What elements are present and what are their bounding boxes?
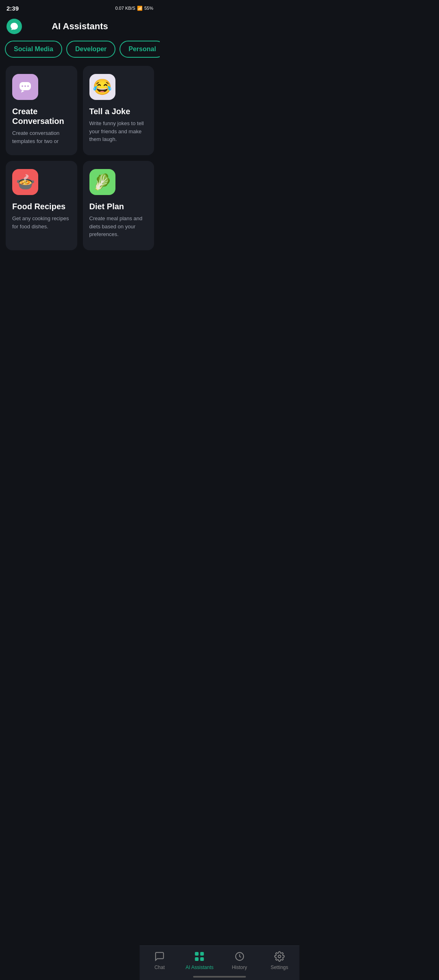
card-icon-tell-a-joke: 😂 [89, 74, 115, 100]
card-icon-create-conversation [12, 74, 38, 100]
card-tell-a-joke[interactable]: 😂 Tell a Joke Write funny jokes to tell … [83, 66, 154, 155]
network-speed: 0.07 KB/S [115, 6, 135, 11]
svg-point-1 [14, 26, 15, 26]
filter-tabs: Social Media Developer Personal Other [0, 41, 160, 66]
card-title-create-conversation: Create Conversation [12, 106, 71, 126]
svg-point-6 [27, 85, 29, 87]
header: AI Assistants [0, 15, 160, 41]
card-diet-plan[interactable]: 🥬 Diet Plan Create meal plans and diets … [83, 161, 154, 250]
battery-label: 55% [144, 6, 153, 11]
card-create-conversation[interactable]: Create Conversation Create conversation … [6, 66, 77, 155]
status-icons: 0.07 KB/S 📶 55% [115, 6, 153, 11]
page-title: AI Assistants [22, 21, 138, 32]
card-food-recipes[interactable]: 🍲 Food Recipes Get any cooking recipes f… [6, 161, 77, 250]
card-title-food-recipes: Food Recipes [12, 202, 71, 211]
svg-point-5 [24, 85, 26, 87]
wifi-icon: 📶 [137, 6, 143, 11]
card-title-tell-a-joke: Tell a Joke [89, 106, 148, 116]
card-desc-create-conversation: Create conversation templates for two or [12, 129, 71, 145]
tab-developer[interactable]: Developer [66, 41, 115, 58]
status-time: 2:39 [7, 5, 19, 12]
status-bar: 2:39 0.07 KB/S 📶 55% [0, 0, 160, 15]
card-title-diet-plan: Diet Plan [89, 202, 148, 211]
card-icon-diet-plan: 🥬 [89, 169, 115, 195]
tab-personal[interactable]: Personal [120, 41, 160, 58]
app-logo [7, 19, 22, 34]
card-desc-diet-plan: Create meal plans and diets based on you… [89, 215, 148, 238]
tab-social-media[interactable]: Social Media [5, 41, 62, 58]
card-icon-food-recipes: 🍲 [12, 169, 38, 195]
cards-grid: Create Conversation Create conversation … [0, 66, 160, 258]
svg-point-0 [12, 26, 13, 26]
card-desc-tell-a-joke: Write funny jokes to tell your friends a… [89, 119, 148, 143]
card-desc-food-recipes: Get any cooking recipes for food dishes. [12, 215, 71, 230]
svg-point-2 [15, 26, 16, 26]
svg-point-4 [22, 85, 23, 87]
